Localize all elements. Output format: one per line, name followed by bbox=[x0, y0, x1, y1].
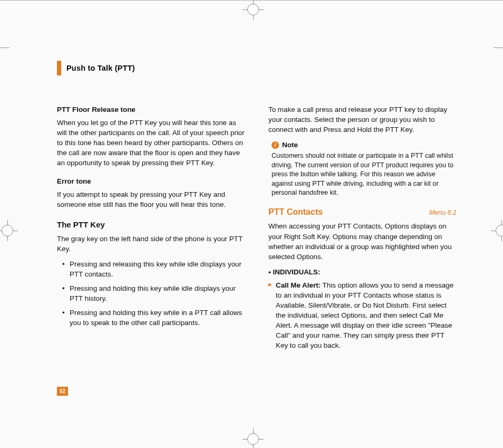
registration-mark-top bbox=[243, 0, 264, 20]
note-label: Note bbox=[282, 140, 298, 150]
page-number: 52 bbox=[57, 387, 68, 396]
registration-mark-left bbox=[0, 220, 18, 241]
page-content: Push to Talk (PTT) PTT Floor Release ton… bbox=[57, 61, 457, 355]
heading-ptt-key: The PTT Key bbox=[57, 219, 245, 230]
right-column: To make a call press and release your PT… bbox=[268, 104, 457, 355]
crop-tick bbox=[0, 47, 9, 48]
note-callout: i Note Customers should not initiate or … bbox=[272, 140, 457, 198]
menu-reference: Menu 6.1 bbox=[429, 208, 457, 218]
header-accent-bar bbox=[57, 61, 61, 75]
paragraph: When accessing your PTT Contacts, Option… bbox=[268, 221, 457, 261]
subheading-individuals: • INDIVIDUALS: bbox=[268, 267, 457, 277]
left-column: PTT Floor Release tone When you let go o… bbox=[57, 104, 245, 355]
paragraph: When you let go of the PTT Key you will … bbox=[57, 118, 245, 168]
option-item-call-me-alert: Call Me Alert: This option allows you to… bbox=[268, 280, 457, 350]
list-item: Pressing and releasing this key while id… bbox=[62, 259, 245, 279]
paragraph: To make a call press and release your PT… bbox=[268, 104, 457, 135]
list-item: Pressing and holding this key while in a… bbox=[62, 308, 245, 328]
option-description: This option allows you to send a message… bbox=[276, 281, 453, 349]
subheading-error-tone: Error tone bbox=[57, 176, 245, 186]
list-item: Pressing and holding this key while idle… bbox=[62, 283, 245, 303]
subheading-floor-release: PTT Floor Release tone bbox=[57, 104, 245, 115]
section-title-ptt-contacts: PTT Contacts bbox=[268, 206, 323, 218]
header-title: Push to Talk (PTT) bbox=[66, 64, 135, 72]
info-icon: i bbox=[272, 141, 279, 149]
registration-mark-bottom bbox=[243, 428, 264, 448]
bullet-list: Pressing and releasing this key while id… bbox=[57, 259, 245, 328]
crop-tick bbox=[494, 47, 503, 48]
note-text: Customers should not initiate or partici… bbox=[272, 151, 457, 198]
option-label: Call Me Alert: bbox=[276, 281, 321, 289]
registration-mark-right bbox=[491, 220, 503, 241]
section-header: Push to Talk (PTT) bbox=[57, 61, 457, 75]
paragraph: If you attempt to speak by pressing your… bbox=[57, 189, 245, 209]
paragraph: The gray key on the left hand side of th… bbox=[57, 234, 245, 254]
section-heading-row: PTT Contacts Menu 6.1 bbox=[268, 206, 457, 218]
